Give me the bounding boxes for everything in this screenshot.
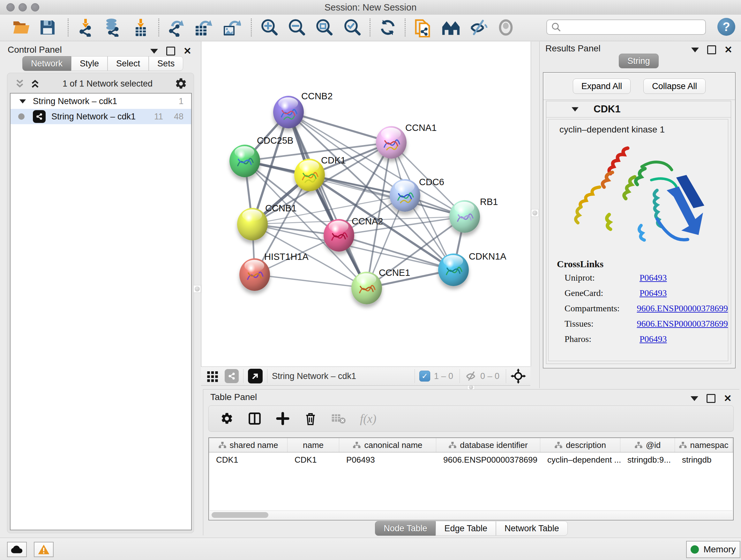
cell-description[interactable]: cyclin–dependent ...	[540, 455, 620, 465]
crosslink-link[interactable]: P06493	[639, 288, 667, 298]
cell-canonical-name[interactable]: P06493	[339, 455, 436, 465]
grid-view-icon[interactable]	[206, 370, 219, 382]
cloud-status-button[interactable]	[7, 542, 27, 557]
zoom-fit-icon[interactable]	[314, 17, 334, 38]
scrollbar-thumb[interactable]	[212, 512, 268, 518]
node-cdk1[interactable]	[294, 159, 325, 191]
column-header--id[interactable]: @id	[620, 438, 675, 452]
tab-string[interactable]: String	[619, 54, 659, 68]
collection-expand-icon[interactable]	[19, 99, 26, 104]
tab-network-table[interactable]: Network Table	[496, 521, 568, 536]
export-image-icon[interactable]	[221, 17, 241, 38]
column-header-description[interactable]: description	[540, 438, 620, 452]
edge-ccne1-hist1h1a[interactable]	[255, 274, 367, 288]
horizontal-scrollbar[interactable]	[210, 510, 732, 519]
search-input[interactable]	[562, 22, 697, 33]
gear-icon[interactable]	[175, 77, 187, 90]
crosslink-link[interactable]: P06493	[639, 334, 667, 344]
node-cdkn1a[interactable]	[438, 253, 469, 286]
table-gear-icon[interactable]	[220, 412, 233, 425]
open-folder-icon[interactable]	[11, 17, 31, 38]
show-all-icon[interactable]	[496, 17, 516, 38]
table-row[interactable]: CDK1CDK1P064939606.ENSP00000378699cyclin…	[209, 452, 733, 467]
tab-network[interactable]: Network	[22, 56, 71, 71]
node-rb1[interactable]	[449, 200, 480, 233]
help-button[interactable]: ?	[718, 18, 735, 36]
crosshair-icon[interactable]	[511, 368, 526, 384]
show-columns-icon[interactable]	[248, 412, 262, 426]
node-ccnb2[interactable]	[273, 96, 304, 128]
zoom-in-icon[interactable]	[259, 17, 279, 38]
add-column-icon[interactable]	[276, 412, 290, 426]
import-network-icon[interactable]	[76, 17, 96, 38]
node-cdc25b[interactable]	[229, 145, 260, 177]
refresh-icon[interactable]	[378, 17, 398, 38]
cell--id[interactable]: stringdb:9...	[620, 455, 675, 465]
left-splitter-handle[interactable]	[193, 285, 201, 293]
panel-menu-icon[interactable]	[690, 396, 698, 401]
tab-select[interactable]: Select	[108, 56, 149, 71]
tab-edge-table[interactable]: Edge Table	[435, 521, 496, 536]
network-canvas[interactable]: CCNB2CCNA1CDC25BCDK1CDC6RB1CCNB1CCNA2CDK…	[201, 42, 531, 367]
selected-checkbox-icon[interactable]: ✓	[419, 371, 430, 381]
expand-all-icon[interactable]	[30, 79, 41, 88]
float-panel-icon[interactable]	[706, 394, 716, 403]
cell-shared-name[interactable]: CDK1	[209, 455, 287, 465]
node-hist1h1a[interactable]	[239, 258, 270, 291]
panel-menu-icon[interactable]	[150, 49, 158, 54]
export-table-icon[interactable]	[193, 17, 213, 38]
crosslink-link[interactable]: 9606.ENSP00000378699	[637, 303, 728, 314]
close-panel-icon[interactable]: ✕	[184, 48, 192, 55]
crosslink-link[interactable]: 9606.ENSP00000378699	[637, 319, 728, 329]
main-toolbar: ?	[0, 15, 741, 41]
panel-menu-icon[interactable]	[691, 48, 699, 52]
control-panel-title: Control Panel	[8, 45, 62, 55]
first-neighbors-icon[interactable]	[441, 17, 461, 38]
tab-style[interactable]: Style	[71, 56, 108, 71]
column-header-shared-name[interactable]: shared name	[209, 438, 287, 452]
expand-all-button[interactable]: Expand All	[573, 78, 631, 94]
birdseye-view-icon[interactable]	[248, 369, 263, 383]
tab-node-table[interactable]: Node Table	[375, 521, 435, 536]
delete-table-icon[interactable]	[331, 413, 346, 425]
save-icon[interactable]	[38, 17, 57, 38]
network-collection-row[interactable]: String Network – cdk1 1	[10, 94, 191, 109]
column-header-canonical-name[interactable]: canonical name	[339, 438, 436, 452]
column-header-namespac[interactable]: namespac	[675, 438, 732, 452]
cell-name[interactable]: CDK1	[287, 455, 339, 465]
network-row[interactable]: String Network – cdk1 11 48	[10, 109, 191, 124]
node-ccna2[interactable]	[324, 219, 354, 252]
column-header-name[interactable]: name	[287, 438, 339, 452]
cell-database-identifier[interactable]: 9606.ENSP00000378699	[436, 455, 540, 465]
warnings-button[interactable]	[34, 542, 54, 557]
zoom-out-icon[interactable]	[286, 17, 307, 38]
node-ccna1[interactable]	[376, 126, 407, 159]
cell-namespac[interactable]: stringdb	[675, 455, 732, 465]
hide-selected-icon[interactable]	[468, 17, 488, 38]
import-network-database-icon[interactable]	[103, 17, 123, 38]
right-splitter-handle[interactable]	[531, 209, 539, 217]
float-panel-icon[interactable]	[707, 45, 716, 54]
network-share-icon[interactable]	[225, 369, 239, 383]
crosslink-link[interactable]: P06493	[639, 273, 667, 283]
node-ccne1[interactable]	[351, 272, 382, 304]
function-builder-icon[interactable]: f(x)	[360, 412, 376, 426]
memory-button[interactable]: Memory	[686, 541, 740, 558]
close-panel-icon[interactable]: ✕	[724, 395, 732, 402]
collapse-all-button[interactable]: Collapse All	[643, 78, 705, 94]
node-ccnb1[interactable]	[237, 208, 268, 240]
delete-column-icon[interactable]	[304, 412, 317, 426]
column-header-database-identifier[interactable]: database identifier	[436, 438, 540, 452]
float-panel-icon[interactable]	[166, 47, 175, 56]
clone-network-icon[interactable]	[413, 17, 433, 38]
crosslink-label: Compartments:	[564, 303, 637, 314]
zoom-selected-icon[interactable]	[342, 17, 362, 38]
node-cdc6[interactable]	[390, 179, 420, 212]
close-panel-icon[interactable]: ✕	[724, 46, 732, 53]
toolbar-separator	[251, 18, 252, 37]
collapse-all-icon[interactable]	[14, 79, 25, 88]
tab-sets[interactable]: Sets	[149, 56, 183, 71]
import-table-icon[interactable]	[131, 17, 151, 38]
export-network-icon[interactable]	[166, 17, 186, 38]
gene-collapse-icon[interactable]	[571, 107, 579, 111]
